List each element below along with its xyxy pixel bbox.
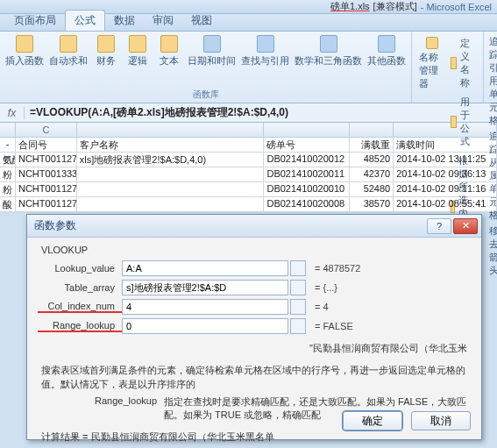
- table-row[interactable]: -合同号客户名称磅单号满载重满载时间: [0, 138, 497, 153]
- autosum-button[interactable]: 自动求和: [49, 35, 88, 68]
- trace-precedents-button[interactable]: 追踪引用单元格: [489, 35, 497, 127]
- column-headers: C: [0, 123, 497, 138]
- arg-input[interactable]: [122, 318, 288, 334]
- datetime-button[interactable]: 日期和时间: [188, 35, 236, 68]
- range-selector-icon[interactable]: [290, 260, 306, 276]
- formula-text[interactable]: =VLOOKUP(A:A,[磅单2.xls]地磅报表管理2!$A:$D,4,0): [25, 105, 288, 120]
- ribbon-tabs: 页面布局 公式 数据 审阅 视图: [0, 14, 497, 32]
- arg-result: = {...}: [315, 282, 337, 293]
- ribbon: 插入函数 自动求和 财务 逻辑 文本 日期和时间 查找与引用 数学和三角函数 其…: [0, 32, 497, 103]
- sheet-grid[interactable]: C -合同号客户名称磅单号满载重满载时间氨酸NCHT001127xls]地磅报表…: [0, 123, 497, 212]
- tab-data[interactable]: 数据: [105, 11, 144, 31]
- desc-head: "民勤县恒润商贸有限公司（华北玉米: [41, 341, 467, 356]
- logical-button[interactable]: 逻辑: [124, 35, 151, 68]
- arg-result: = 4: [315, 302, 329, 312]
- compat-mode: [兼容模式]: [373, 0, 417, 13]
- fx-icon[interactable]: fx: [0, 107, 25, 119]
- file-name: 磅单1.xls: [330, 0, 370, 13]
- dialog-title-bar[interactable]: 函数参数 ? ✕: [27, 215, 481, 238]
- math-button[interactable]: 数学和三角函数: [295, 35, 362, 68]
- arg-label: Lookup_value: [38, 263, 122, 274]
- help-button[interactable]: ?: [427, 218, 451, 234]
- arg-input[interactable]: [122, 299, 288, 315]
- ok-button[interactable]: 确定: [343, 411, 402, 430]
- tab-page-layout[interactable]: 页面布局: [5, 11, 65, 31]
- desc-body: 搜索表区域首列满足条件的元素，确定待检索单元格在区域中的行序号，再进一步返回选定…: [41, 363, 467, 392]
- arg-row: Table_array = {...}: [38, 280, 471, 295]
- insert-function-button[interactable]: 插入函数: [5, 35, 44, 68]
- tab-review[interactable]: 审阅: [144, 11, 182, 31]
- define-name-button[interactable]: 定义名称: [451, 37, 476, 89]
- arg-row: Col_index_num = 4: [38, 299, 471, 315]
- name-manager-button[interactable]: 名称管理器: [419, 37, 445, 90]
- range-selector-icon[interactable]: [290, 318, 306, 334]
- group-label-funclib: 函数库: [5, 87, 406, 101]
- range-selector-icon[interactable]: [290, 280, 306, 295]
- arg-result: = FALSE: [315, 321, 353, 331]
- arg-input[interactable]: [122, 280, 288, 295]
- table-row[interactable]: 粉NCHT001127DB021410020010524802014-10-02…: [0, 182, 497, 197]
- table-row[interactable]: 氨酸NCHT001127xls]地磅报表管理2!$A:$D,4,0)DB0214…: [0, 153, 497, 167]
- cancel-button[interactable]: 取消: [411, 411, 471, 430]
- app-name: - Microsoft Excel: [421, 2, 492, 12]
- table-row[interactable]: 酸NCHT001127DB021410020008385702014-10-02…: [0, 197, 497, 212]
- arg-label: Col_index_num: [38, 301, 122, 313]
- more-func-button[interactable]: 其他函数: [367, 35, 406, 68]
- financial-button[interactable]: 财务: [93, 35, 119, 68]
- tab-formulas[interactable]: 公式: [65, 10, 105, 31]
- arg-label: Range_lookup: [38, 320, 122, 332]
- lookup-button[interactable]: 查找与引用: [241, 35, 289, 68]
- close-button[interactable]: ✕: [453, 218, 478, 234]
- table-row[interactable]: 粉NCHT001333DB021410020011423702014-10-02…: [0, 167, 497, 182]
- arg-row: Lookup_value = 4878572: [38, 260, 471, 276]
- arg-row: Range_lookup = FALSE: [38, 318, 471, 334]
- calc-result: 计算结果 = 民勤县恒润商贸有限公司（华北玉米黑名单: [41, 430, 467, 444]
- function-args-dialog: 函数参数 ? ✕ VLOOKUP Lookup_value = 4878572T…: [26, 214, 482, 440]
- dialog-title: 函数参数: [34, 218, 76, 233]
- arg-label: Table_array: [38, 282, 122, 293]
- range-selector-icon[interactable]: [290, 299, 306, 315]
- text-button[interactable]: 文本: [156, 35, 182, 68]
- remove-arrows-button[interactable]: 移去箭头: [489, 224, 497, 277]
- arg-result: = 4878572: [315, 263, 360, 274]
- tab-view[interactable]: 视图: [182, 11, 221, 31]
- arg-input[interactable]: [122, 260, 288, 276]
- function-name: VLOOKUP: [41, 245, 471, 255]
